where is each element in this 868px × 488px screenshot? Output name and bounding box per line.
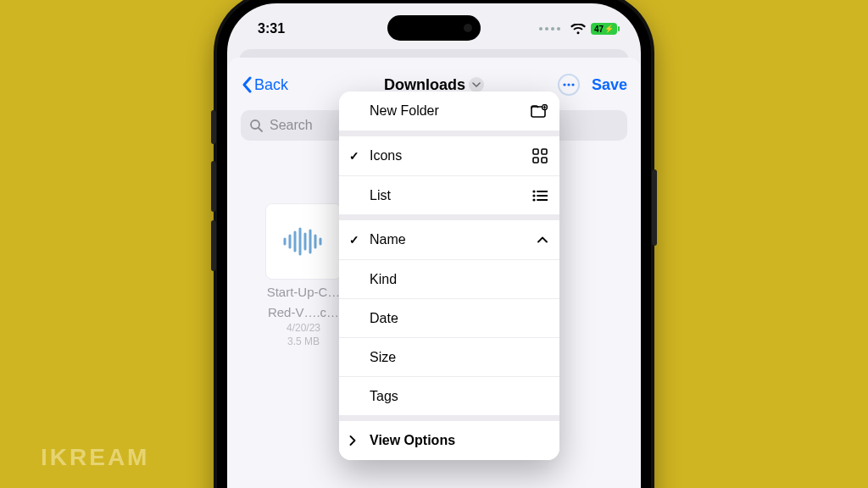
- svg-point-1: [567, 83, 570, 86]
- list-icon: [532, 190, 548, 202]
- menu-label: Icons: [370, 148, 402, 164]
- battery-text: 47: [594, 25, 604, 34]
- grid-icon: [532, 148, 548, 164]
- menu-separator: [339, 130, 559, 136]
- status-cell-dots: [539, 27, 560, 30]
- menu-view-icons[interactable]: ✓ Icons: [339, 136, 559, 175]
- chevron-up-icon: [537, 236, 548, 243]
- menu-label: Size: [370, 350, 396, 365]
- svg-rect-15: [542, 149, 547, 154]
- checkmark-icon: ✓: [349, 233, 359, 247]
- menu-view-options[interactable]: View Options: [339, 421, 559, 460]
- menu-label: List: [370, 188, 391, 203]
- search-icon: [249, 119, 263, 132]
- svg-rect-17: [542, 158, 547, 163]
- checkmark-icon: ✓: [349, 149, 359, 163]
- stage: IKREAM 3:31: [0, 0, 868, 488]
- waveform-icon: [281, 227, 326, 256]
- menu-separator: [339, 415, 559, 421]
- back-button[interactable]: Back: [241, 76, 288, 94]
- chevron-down-icon: [469, 77, 484, 92]
- new-folder-icon: [531, 104, 548, 118]
- menu-label: New Folder: [370, 103, 439, 119]
- save-button[interactable]: Save: [592, 76, 627, 94]
- svg-point-19: [532, 194, 535, 197]
- phone-screen: 3:31 47 ⚡: [227, 3, 641, 488]
- menu-sort-tags[interactable]: Tags: [339, 376, 559, 415]
- status-time: 3:31: [258, 21, 285, 36]
- phone-power-button: [652, 169, 657, 246]
- options-menu: New Folder ✓ Icons: [339, 92, 559, 460]
- phone-frame: 3:31 47 ⚡: [214, 0, 654, 488]
- phone-side-switch: [211, 110, 216, 144]
- battery-icon: 47 ⚡: [591, 23, 617, 35]
- wifi-icon: [570, 24, 586, 35]
- menu-label: Kind: [370, 272, 397, 287]
- svg-rect-16: [533, 158, 538, 163]
- svg-rect-14: [533, 149, 538, 154]
- watermark: IKREAM: [41, 444, 149, 471]
- charging-icon: ⚡: [604, 25, 614, 33]
- dynamic-island: [387, 15, 481, 41]
- menu-label: Name: [370, 232, 406, 247]
- file-thumbnail: [265, 203, 342, 280]
- back-label: Back: [254, 76, 288, 94]
- menu-label: Tags: [370, 389, 398, 404]
- phone-volume-down: [211, 220, 216, 271]
- ellipsis-icon: [563, 83, 575, 86]
- svg-point-20: [532, 198, 535, 201]
- menu-new-folder[interactable]: New Folder: [339, 92, 559, 130]
- svg-point-2: [571, 83, 574, 86]
- more-options-button[interactable]: [558, 74, 580, 96]
- menu-sort-date[interactable]: Date: [339, 298, 559, 337]
- menu-sort-kind[interactable]: Kind: [339, 259, 559, 298]
- menu-sort-name[interactable]: ✓ Name: [339, 220, 559, 259]
- menu-label: Date: [370, 311, 398, 326]
- menu-sort-size[interactable]: Size: [339, 337, 559, 376]
- svg-point-0: [563, 83, 565, 86]
- svg-point-18: [532, 190, 535, 192]
- chevron-left-icon: [241, 76, 253, 93]
- phone-volume-up: [211, 161, 216, 212]
- menu-view-list[interactable]: List: [339, 175, 559, 214]
- menu-label: View Options: [370, 433, 455, 448]
- menu-separator: [339, 214, 559, 220]
- chevron-right-icon: [349, 435, 356, 446]
